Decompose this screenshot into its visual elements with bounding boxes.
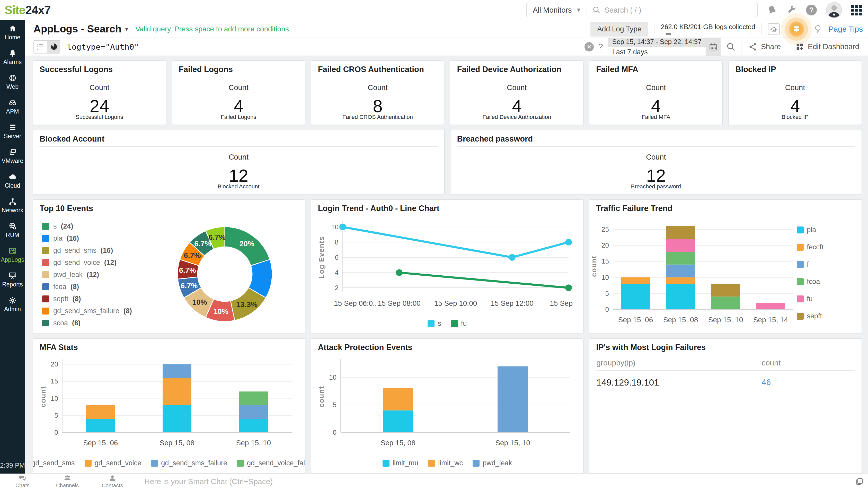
sidebar-item-admin[interactable]: Admin xyxy=(0,292,25,317)
query-status-message: Valid query. Press space to add more con… xyxy=(135,25,291,33)
sidebar-item-network[interactable]: Network xyxy=(0,193,25,218)
stat-caption: Failed MFA xyxy=(589,114,722,120)
chevron-down-icon[interactable]: ▾ xyxy=(125,26,128,33)
edit-dashboard-button[interactable]: Edit Dashboard xyxy=(788,42,868,51)
admin-tools-wrench-icon[interactable] xyxy=(786,5,797,15)
search-logs-button[interactable] xyxy=(721,42,741,52)
chart-legend[interactable]: limit_mulimit_wcpwd_leak xyxy=(382,454,512,472)
sidebar-item-vmware[interactable]: VMware xyxy=(0,144,25,169)
legend-item-gd_send_voice_failure[interactable]: gd_send_voice_failure xyxy=(237,459,305,467)
legend-item-pla[interactable]: pla xyxy=(797,226,858,234)
legend-item-f[interactable]: f xyxy=(797,261,858,269)
query-input[interactable]: logtype="Auth0" xyxy=(67,42,139,52)
svg-text:Sep 15, 10: Sep 15, 10 xyxy=(495,439,530,447)
svg-text:25: 25 xyxy=(601,225,609,233)
pie-legend-item-scoa[interactable]: scoa(8) xyxy=(42,317,146,326)
search-input[interactable]: Search ( / ) xyxy=(587,6,757,14)
chat-tab-contacts[interactable]: Contacts xyxy=(90,474,135,489)
monitor-select-dropdown[interactable]: All Monitors ▼ xyxy=(527,6,587,14)
sidebar-item-home[interactable]: Home xyxy=(0,20,25,45)
pie-legend-item-pla[interactable]: pla(16) xyxy=(42,233,146,245)
sidebar-item-reports[interactable]: Reports xyxy=(0,267,25,292)
wide-card-row: Blocked AccountCount12Blocked AccountBre… xyxy=(33,130,862,194)
legend-item-s[interactable]: s xyxy=(428,319,441,328)
legend-item-feccft[interactable]: feccft xyxy=(797,243,858,251)
legend-item-fu[interactable]: fu xyxy=(451,319,467,328)
search-placeholder: Search ( / ) xyxy=(604,6,641,14)
chat-tab-chats[interactable]: Chats xyxy=(0,474,45,489)
pie-legend-item-fcoa[interactable]: fcoa(8) xyxy=(42,281,146,293)
add-log-type-button[interactable]: Add Log Type xyxy=(590,22,648,36)
legend-item-pwd_leak[interactable]: pwd_leak xyxy=(473,459,512,467)
pie-legend-item-gd_send_sms_failure[interactable]: gd_send_sms_failure(8) xyxy=(42,305,146,317)
sidebar-item-web[interactable]: Web xyxy=(0,70,25,94)
legend-item-fu[interactable]: fu xyxy=(797,295,858,303)
chat-tab-channels[interactable]: Channels xyxy=(45,474,90,489)
pie-legend-item-gd_send_voice[interactable]: gd_send_voice(12) xyxy=(42,256,146,269)
query-list-view-icon[interactable]: ""o xyxy=(34,41,47,53)
legend-item-fcoa[interactable]: fcoa xyxy=(797,278,858,286)
dashboard-home-button[interactable] xyxy=(768,23,780,35)
chart-legend[interactable]: sfu xyxy=(428,314,467,333)
sidebar-item-alarms[interactable]: Alarms xyxy=(0,45,25,70)
smart-chat-input[interactable]: Here is your Smart Chat (Ctrl+Space) xyxy=(135,474,851,489)
sidebar-item-rum[interactable]: RUM xyxy=(0,218,25,243)
legend-item-gd_send_voice[interactable]: gd_send_voice xyxy=(85,459,142,467)
svg-text:6.7%: 6.7% xyxy=(208,233,225,241)
legend-item-limit_mu[interactable]: limit_mu xyxy=(382,459,418,467)
sidebar-item-cloud[interactable]: Cloud xyxy=(0,169,25,193)
pie-legend[interactable]: s(24)pla(16)gd_send_sms(16)gd_send_voice… xyxy=(33,216,146,326)
legend-swatch xyxy=(42,296,49,302)
contacts-icon xyxy=(108,474,116,482)
logs-collected-text: 262.0 KB/201 GB logs collected xyxy=(661,23,755,31)
page-tips-link[interactable]: Page Tips xyxy=(829,25,863,33)
legend-item-limit_wc[interactable]: limit_wc xyxy=(428,459,463,467)
legend-swatch xyxy=(797,278,804,285)
stat-caption: Blocked Account xyxy=(33,183,444,190)
sidebar-item-server[interactable]: Server xyxy=(0,119,25,144)
count-link[interactable]: 46 xyxy=(762,377,771,387)
legend-swatch xyxy=(797,296,804,302)
user-avatar[interactable] xyxy=(826,2,842,18)
legend-item-gd_send_sms[interactable]: gd_send_sms xyxy=(33,459,75,467)
sidebar-item-label: VMware xyxy=(2,157,23,164)
chart-legend[interactable]: plafeccftffcoafusepft xyxy=(797,216,858,333)
pie-legend-item-s[interactable]: s(24) xyxy=(42,220,146,233)
sidebar-item-apm[interactable]: APM xyxy=(0,94,25,119)
share-button[interactable]: Share xyxy=(741,42,788,51)
clear-query-icon[interactable]: ✕ xyxy=(585,42,594,52)
query-help-link[interactable]: ? xyxy=(598,42,603,52)
sidebar-item-applogs[interactable]: AppLogs xyxy=(0,243,25,267)
donut-chart-svg: 20%13.3%10%10%6.7%6.7%6.7%6.7%6.7% xyxy=(165,219,287,330)
pie-legend-item-sepft[interactable]: sepft(8) xyxy=(42,293,146,305)
mfa-stats-card: MFA Stats 05101520countSep 15, 06Sep 15,… xyxy=(33,338,305,473)
apps-grid-icon[interactable] xyxy=(851,5,862,16)
card-title: Successful Logons xyxy=(33,61,166,77)
page-title[interactable]: AppLogs - Search xyxy=(33,23,121,35)
pie-legend-item-pwd_leak[interactable]: pwd_leak(12) xyxy=(42,269,146,281)
announcement-icon[interactable] xyxy=(767,5,777,15)
chat-windows-button[interactable] xyxy=(851,474,868,489)
site24x7-logo[interactable]: Site24x7 xyxy=(5,3,51,17)
stat-caption: Failed Device Authorization xyxy=(450,114,583,120)
legend-count: (8) xyxy=(123,307,132,315)
legend-item-sepft[interactable]: sepft xyxy=(797,312,858,320)
legend-count: (8) xyxy=(70,283,79,291)
svg-text:20: 20 xyxy=(51,360,58,368)
svg-text:Sep 15, 06: Sep 15, 06 xyxy=(83,439,118,447)
svg-text:Log Events: Log Events xyxy=(318,236,326,279)
help-icon[interactable]: ? xyxy=(806,5,817,16)
svg-text:15 Sep 06:0..: 15 Sep 06:0.. xyxy=(334,299,377,307)
legend-item-gd_send_sms_failure[interactable]: gd_send_sms_failure xyxy=(151,459,227,467)
chart-view-icon[interactable] xyxy=(47,41,60,53)
cloud-icon xyxy=(8,173,17,181)
svg-text:count: count xyxy=(318,386,326,407)
chart-legend[interactable]: gd_send_smsgd_send_voicegd_send_sms_fail… xyxy=(33,454,305,472)
query-bar: ""o logtype="Auth0" ✕ ? Sep 15, 14:37 - … xyxy=(25,38,868,56)
date-range-picker[interactable]: Sep 15, 14:37 - Sep 22, 14:37 Last 7 day… xyxy=(608,38,721,56)
chat-tabs: ChatsChannelsContacts xyxy=(0,474,135,489)
guided-tour-signpost-icon[interactable] xyxy=(788,21,804,37)
site24x7-app: Site24x7 All Monitors ▼ Search ( / ) ? xyxy=(0,0,868,489)
home-icon xyxy=(8,25,17,33)
pie-legend-item-gd_send_sms[interactable]: gd_send_sms(16) xyxy=(42,245,146,256)
